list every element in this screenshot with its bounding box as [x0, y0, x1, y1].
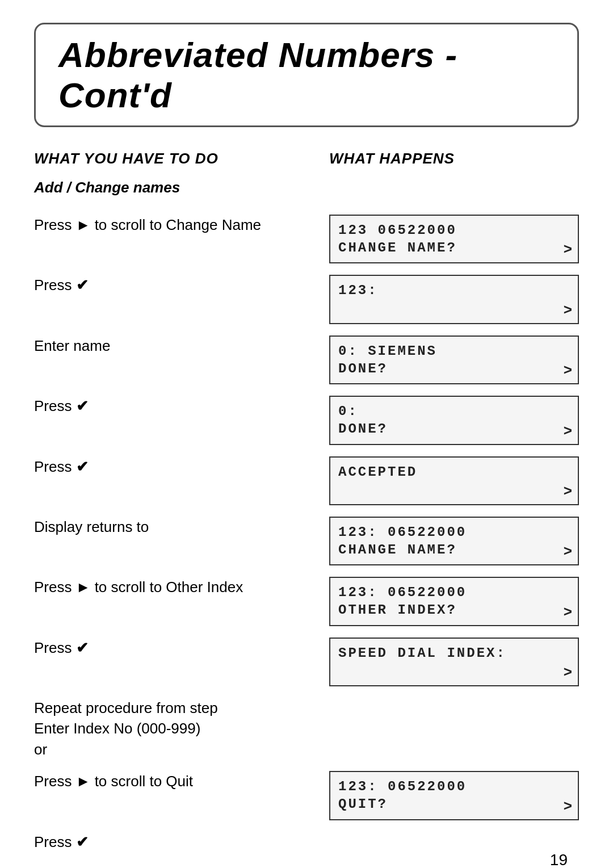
lcd-line-7-2 — [338, 662, 570, 680]
lcd-box-6: 123: 06522000 OTHER INDEX? > — [329, 577, 579, 626]
row-3: Press ✔ 0: DONE? > — [34, 390, 579, 450]
right-item-3: 0: DONE? > — [329, 390, 579, 450]
content-columns: WHAT YOU HAVE TO DO Add / Change names W… — [34, 150, 579, 209]
lcd-box-1: 123: > — [329, 275, 579, 324]
left-item-6: Press ► to scroll to Other Index — [34, 571, 329, 603]
left-item-8: Repeat procedure from stepEnter Index No… — [34, 692, 329, 765]
lcd-line-1-1: 123: — [338, 282, 570, 299]
lcd-box-3: 0: DONE? > — [329, 396, 579, 445]
left-text-0: Press ► to scroll to Change Name — [34, 216, 261, 233]
right-item-4: ACCEPTED > — [329, 451, 579, 511]
row-5: Display returns to 123: 06522000 CHANGE … — [34, 511, 579, 571]
left-text-10: Press ✔ — [34, 833, 89, 850]
left-item-2: Enter name — [34, 330, 329, 362]
right-item-9: 123: 06522000 QUIT? > — [329, 765, 579, 825]
checkmark-icon-10: ✔ — [76, 833, 89, 850]
right-item-1: 123: > — [329, 269, 579, 329]
left-item-4: Press ✔ — [34, 451, 329, 483]
left-item-1: Press ✔ — [34, 269, 329, 301]
page-title: Abbreviated Numbers - Cont'd — [58, 35, 457, 115]
lcd-line-3-2: DONE? — [338, 420, 570, 438]
left-text-1: Press ✔ — [34, 276, 89, 293]
left-item-5: Display returns to — [34, 511, 329, 543]
page-number: 19 — [550, 851, 568, 868]
right-column-header-area: WHAT HAPPENS — [329, 150, 579, 209]
lcd-line-2-2: DONE? — [338, 360, 570, 378]
left-item-9: Press ► to scroll to Quit — [34, 765, 329, 797]
arrow-right-icon-6: ► — [76, 578, 91, 596]
row-1: Press ✔ 123: > — [34, 269, 579, 329]
lcd-box-2: 0: SIEMENS DONE? > — [329, 336, 579, 384]
left-text-5: Display returns to — [34, 518, 149, 535]
lcd-box-5: 123: 06522000 CHANGE NAME? > — [329, 517, 579, 565]
left-column-header: WHAT YOU HAVE TO DO — [34, 150, 312, 167]
right-column-header: WHAT HAPPENS — [329, 150, 579, 167]
right-item-5: 123: 06522000 CHANGE NAME? > — [329, 511, 579, 571]
left-text-4: Press ✔ — [34, 458, 89, 475]
lcd-box-9: 123: 06522000 QUIT? > — [329, 771, 579, 820]
lcd-line-0-1: 123 06522000 — [338, 221, 570, 239]
lcd-line-1-2 — [338, 300, 570, 317]
arrow-right-icon-0: ► — [76, 216, 91, 233]
lcd-arrow-7: > — [564, 663, 572, 681]
left-text-7: Press ✔ — [34, 639, 89, 656]
lcd-box-0: 123 06522000 CHANGE NAME? > — [329, 215, 579, 263]
lcd-arrow-6: > — [564, 603, 572, 620]
row-4: Press ✔ ACCEPTED > — [34, 451, 579, 511]
lcd-line-4-2 — [338, 481, 570, 498]
lcd-arrow-1: > — [564, 301, 572, 318]
left-text-2: Enter name — [34, 337, 110, 354]
lcd-line-3-1: 0: — [338, 402, 570, 420]
title-box: Abbreviated Numbers - Cont'd — [34, 23, 579, 127]
right-item-7: SPEED DIAL INDEX: > — [329, 632, 579, 692]
lcd-line-6-2: OTHER INDEX? — [338, 601, 570, 619]
checkmark-icon-4: ✔ — [76, 458, 89, 475]
right-item-6: 123: 06522000 OTHER INDEX? > — [329, 571, 579, 631]
lcd-line-9-2: QUIT? — [338, 795, 570, 813]
arrow-right-icon-9: ► — [76, 773, 91, 790]
row-9: Press ► to scroll to Quit 123: 06522000 … — [34, 765, 579, 825]
row-8: Repeat procedure from stepEnter Index No… — [34, 692, 579, 765]
lcd-box-4: ACCEPTED > — [329, 456, 579, 505]
row-6: Press ► to scroll to Other Index 123: 06… — [34, 571, 579, 631]
lcd-line-9-1: 123: 06522000 — [338, 778, 570, 795]
lcd-line-0-2: CHANGE NAME? — [338, 239, 570, 257]
section-title: Add / Change names — [34, 179, 312, 196]
right-item-10 — [329, 826, 579, 837]
right-item-2: 0: SIEMENS DONE? > — [329, 330, 579, 390]
page: Abbreviated Numbers - Cont'd WHAT YOU HA… — [0, 0, 613, 868]
left-text-6: Press ► to scroll to Other Index — [34, 578, 243, 596]
right-item-8 — [329, 692, 579, 703]
left-item-10: Press ✔ — [34, 826, 329, 858]
checkmark-icon-7: ✔ — [76, 639, 89, 656]
checkmark-icon-1: ✔ — [76, 276, 89, 293]
lcd-line-6-1: 123: 06522000 — [338, 584, 570, 601]
left-text-9: Press ► to scroll to Quit — [34, 773, 193, 790]
lcd-line-7-1: SPEED DIAL INDEX: — [338, 644, 570, 662]
lcd-arrow-3: > — [564, 422, 572, 439]
row-2: Enter name 0: SIEMENS DONE? > — [34, 330, 579, 390]
lcd-line-5-2: CHANGE NAME? — [338, 541, 570, 559]
left-text-3: Press ✔ — [34, 397, 89, 414]
lcd-arrow-9: > — [564, 797, 572, 815]
right-item-0: 123 06522000 CHANGE NAME? > — [329, 209, 579, 269]
left-item-0: Press ► to scroll to Change Name — [34, 209, 329, 241]
left-text-8: Repeat procedure from stepEnter Index No… — [34, 699, 218, 758]
row-7: Press ✔ SPEED DIAL INDEX: > — [34, 632, 579, 692]
lcd-line-2-1: 0: SIEMENS — [338, 342, 570, 360]
lcd-arrow-4: > — [564, 482, 572, 500]
lcd-line-5-1: 123: 06522000 — [338, 523, 570, 541]
lcd-box-7: SPEED DIAL INDEX: > — [329, 638, 579, 686]
lcd-arrow-2: > — [564, 361, 572, 379]
lcd-arrow-0: > — [564, 240, 572, 258]
left-column: WHAT YOU HAVE TO DO Add / Change names — [34, 150, 329, 209]
lcd-arrow-5: > — [564, 542, 572, 560]
left-item-7: Press ✔ — [34, 632, 329, 664]
row-0: Press ► to scroll to Change Name 123 065… — [34, 209, 579, 269]
left-item-3: Press ✔ — [34, 390, 329, 422]
checkmark-icon-3: ✔ — [76, 397, 89, 414]
lcd-line-4-1: ACCEPTED — [338, 463, 570, 481]
row-10: Press ✔ — [34, 826, 579, 858]
